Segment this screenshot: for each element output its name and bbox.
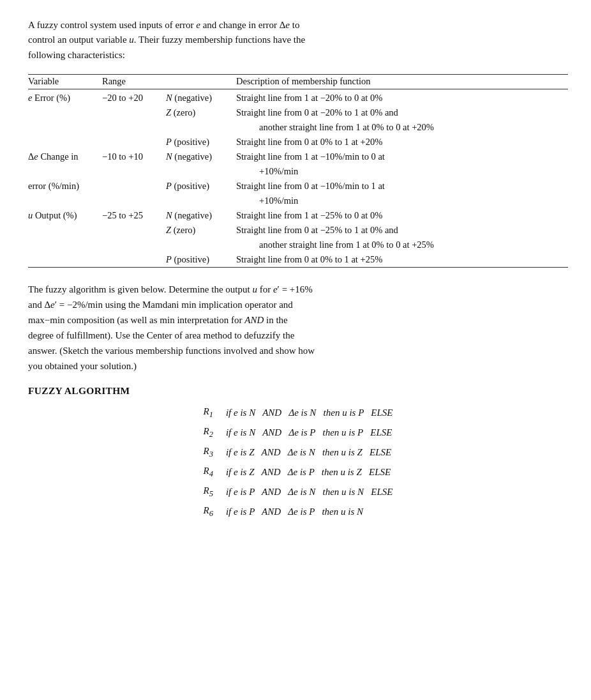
var-error-pct: error (%/min) bbox=[28, 179, 100, 194]
var-blank-1 bbox=[28, 105, 100, 120]
set-N-e: N (negative) bbox=[163, 89, 234, 105]
table-row: u Output (%) −25 to +25 N (negative) Str… bbox=[28, 208, 568, 223]
desc-Z-e-1: Straight line from 0 at −20% to 1 at 0% … bbox=[234, 105, 568, 120]
table-row: e Error (%) −20 to +20 N (negative) Stra… bbox=[28, 89, 568, 105]
table-row: +10%/min bbox=[28, 164, 568, 179]
range-blank-1 bbox=[100, 105, 163, 120]
var-e-error: e Error (%) bbox=[28, 89, 100, 105]
set-P-e: P (positive) bbox=[163, 135, 234, 149]
table-row: Z (zero) Straight line from 0 at −25% to… bbox=[28, 223, 568, 238]
rule-num-4: R4 bbox=[197, 462, 219, 482]
table-row: P (positive) Straight line from 0 at 0% … bbox=[28, 252, 568, 268]
set-blank-1 bbox=[163, 120, 234, 135]
desc-P-e: Straight line from 0 at 0% to 1 at +20% bbox=[234, 135, 568, 149]
range-e: −20 to +20 bbox=[100, 89, 163, 105]
desc-N-u: Straight line from 1 at −25% to 0 at 0% bbox=[234, 208, 568, 223]
rule-row-4: R4 if e is Z AND Δe is P then u is Z ELS… bbox=[197, 462, 399, 482]
var-e: e bbox=[196, 20, 200, 30]
rule-row-6: R6 if e is P AND Δe is P then u is N bbox=[197, 502, 399, 522]
set-N-u: N (negative) bbox=[163, 208, 234, 223]
desc-Z-e-2: another straight line from 1 at 0% to 0 … bbox=[234, 120, 568, 135]
table-row: Δe Change in −10 to +10 N (negative) Str… bbox=[28, 149, 568, 164]
intro-text-4: control an output variable bbox=[28, 34, 129, 45]
range-blank-4 bbox=[100, 164, 163, 179]
table-row: Z (zero) Straight line from 0 at −20% to… bbox=[28, 105, 568, 120]
rule-num-1: R1 bbox=[197, 403, 219, 423]
intro-text-3: to bbox=[290, 20, 299, 30]
rule-body-1: if e is N AND Δe is N then u is P ELSE bbox=[220, 403, 400, 423]
rules-table: R1 if e is N AND Δe is N then u is P ELS… bbox=[197, 403, 399, 522]
table-row: another straight line from 1 at 0% to 0 … bbox=[28, 120, 568, 135]
desc-P-deltae-1: Straight line from 0 at −10%/min to 1 at bbox=[234, 179, 568, 194]
rule-row-5: R5 if e is P AND Δe is N then u is N ELS… bbox=[197, 482, 399, 502]
var-blank-8 bbox=[28, 252, 100, 268]
var-delta-e: Δe bbox=[280, 20, 290, 30]
rule-body-5: if e is P AND Δe is N then u is N ELSE bbox=[220, 482, 400, 502]
set-P-deltae: P (positive) bbox=[163, 179, 234, 194]
question-text: The fuzzy algorithm is given below. Dete… bbox=[28, 282, 568, 374]
rule-body-4: if e is Z AND Δe is P then u is Z ELSE bbox=[220, 462, 400, 482]
th-range: Range bbox=[100, 74, 163, 89]
desc-Z-u-1: Straight line from 0 at −25% to 1 at 0% … bbox=[234, 223, 568, 238]
range-deltae: −10 to +10 bbox=[100, 149, 163, 164]
range-blank-9 bbox=[100, 252, 163, 268]
set-blank-2 bbox=[163, 164, 234, 179]
intro-paragraph: A fuzzy control system used inputs of er… bbox=[28, 18, 568, 63]
intro-text-6: following characteristics: bbox=[28, 50, 125, 60]
fuzzy-algorithm-heading: FUZZY ALGORITHM bbox=[28, 385, 568, 397]
table-row: +10%/min bbox=[28, 194, 568, 208]
range-blank-6 bbox=[100, 194, 163, 208]
membership-table: Variable Range Description of membership… bbox=[28, 74, 568, 268]
var-blank-7 bbox=[28, 238, 100, 252]
rule-num-6: R6 bbox=[197, 502, 219, 522]
range-blank-7 bbox=[100, 223, 163, 238]
rule-body-6: if e is P AND Δe is P then u is N bbox=[220, 502, 400, 522]
th-variable: Variable bbox=[28, 74, 100, 89]
rule-body-3: if e is Z AND Δe is N then u is Z ELSE bbox=[220, 443, 400, 462]
th-desc: Description of membership function bbox=[234, 74, 568, 89]
var-blank-5 bbox=[28, 194, 100, 208]
desc-N-e: Straight line from 1 at −20% to 0 at 0% bbox=[234, 89, 568, 105]
set-Z-e: Z (zero) bbox=[163, 105, 234, 120]
var-deltae: Δe Change in bbox=[28, 149, 100, 164]
set-N-deltae: N (negative) bbox=[163, 149, 234, 164]
th-set bbox=[163, 74, 234, 89]
desc-Z-u-2: another straight line from 1 at 0% to 0 … bbox=[234, 238, 568, 252]
var-blank-6 bbox=[28, 223, 100, 238]
rule-row-2: R2 if e is N AND Δe is P then u is P ELS… bbox=[197, 423, 399, 443]
var-blank-4 bbox=[28, 164, 100, 179]
table-row: P (positive) Straight line from 0 at 0% … bbox=[28, 135, 568, 149]
rule-num-2: R2 bbox=[197, 423, 219, 443]
range-blank-5 bbox=[100, 179, 163, 194]
desc-P-u: Straight line from 0 at 0% to 1 at +25% bbox=[234, 252, 568, 268]
range-blank-2 bbox=[100, 120, 163, 135]
var-u: u bbox=[129, 34, 134, 45]
var-blank-2 bbox=[28, 120, 100, 135]
rule-num-5: R5 bbox=[197, 482, 219, 502]
set-P-u: P (positive) bbox=[163, 252, 234, 268]
table-row: error (%/min) P (positive) Straight line… bbox=[28, 179, 568, 194]
rule-body-2: if e is N AND Δe is P then u is P ELSE bbox=[220, 423, 400, 443]
intro-text-1: A fuzzy control system used inputs of er… bbox=[28, 20, 196, 30]
set-blank-3 bbox=[163, 194, 234, 208]
rule-row-3: R3 if e is Z AND Δe is N then u is Z ELS… bbox=[197, 443, 399, 462]
set-blank-4 bbox=[163, 238, 234, 252]
intro-text-2: and change in error bbox=[200, 20, 280, 30]
desc-N-deltae-1: Straight line from 1 at −10%/min to 0 at bbox=[234, 149, 568, 164]
rule-num-3: R3 bbox=[197, 443, 219, 462]
question-body: The fuzzy algorithm is given below. Dete… bbox=[28, 282, 568, 374]
range-blank-3 bbox=[100, 135, 163, 149]
table-row: another straight line from 1 at 0% to 0 … bbox=[28, 238, 568, 252]
desc-P-deltae-2: +10%/min bbox=[234, 194, 568, 208]
desc-N-deltae-2: +10%/min bbox=[234, 164, 568, 179]
rule-row-1: R1 if e is N AND Δe is N then u is P ELS… bbox=[197, 403, 399, 423]
intro-text-5: . Their fuzzy membership functions have … bbox=[134, 34, 305, 45]
var-u-output: u Output (%) bbox=[28, 208, 100, 223]
set-Z-u: Z (zero) bbox=[163, 223, 234, 238]
range-blank-8 bbox=[100, 238, 163, 252]
var-blank-3 bbox=[28, 135, 100, 149]
range-u: −25 to +25 bbox=[100, 208, 163, 223]
